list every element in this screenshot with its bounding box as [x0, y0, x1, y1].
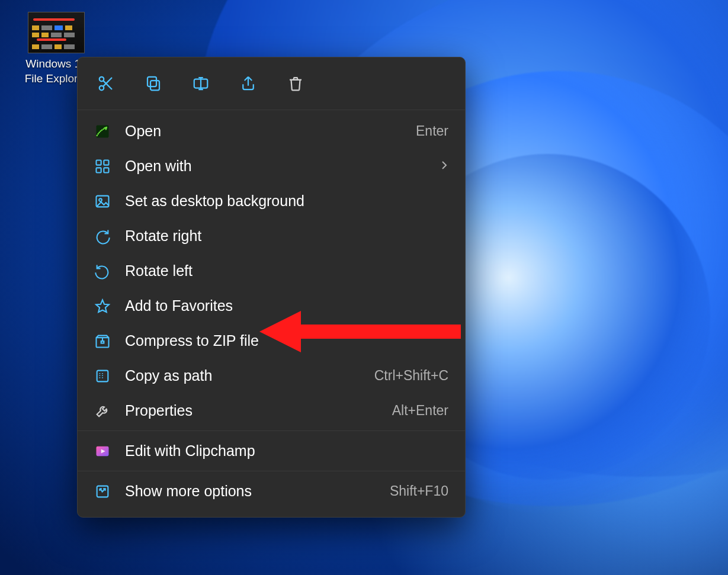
context-menu-action-row [78, 57, 465, 110]
context-menu: Open Enter Open with [77, 57, 466, 518]
menu-item-add-favorites[interactable]: Add to Favorites [78, 288, 465, 323]
menu-item-label: Rotate right [125, 227, 448, 245]
menu-item-label: Properties [125, 402, 378, 419]
menu-item-compress-zip[interactable]: Compress to ZIP file [78, 323, 465, 358]
thumbnail-icon [28, 12, 85, 53]
menu-item-label: Copy as path [125, 367, 360, 384]
menu-separator [78, 471, 465, 471]
menu-item-shortcut: Alt+Enter [392, 403, 448, 419]
wrench-icon [94, 403, 111, 419]
menu-item-copy-path[interactable]: Copy as path Ctrl+Shift+C [78, 358, 465, 393]
menu-item-label: Show more options [125, 483, 376, 500]
clipchamp-icon [94, 443, 111, 460]
rename-icon [192, 75, 210, 95]
svg-rect-9 [97, 160, 101, 165]
svg-rect-12 [104, 168, 108, 172]
menu-item-rotate-right[interactable]: Rotate right [78, 219, 465, 253]
menu-item-properties[interactable]: Properties Alt+Enter [78, 393, 465, 428]
rename-button[interactable] [189, 73, 213, 97]
menu-item-label: Edit with Clipchamp [125, 442, 448, 460]
copy-button[interactable] [142, 73, 165, 97]
trash-icon [287, 75, 304, 95]
chevron-right-icon [440, 158, 448, 175]
copy-path-icon [94, 368, 111, 384]
menu-item-label: Open [125, 123, 402, 140]
cut-button[interactable] [94, 73, 118, 97]
svg-rect-15 [101, 341, 104, 343]
scissors-icon [97, 75, 115, 95]
menu-separator [78, 431, 465, 431]
image-icon [94, 193, 111, 210]
menu-item-label: Rotate left [125, 262, 448, 280]
menu-item-label: Add to Favorites [125, 297, 448, 314]
menu-item-label: Compress to ZIP file [125, 332, 448, 349]
menu-item-shortcut: Ctrl+Shift+C [374, 368, 448, 384]
menu-item-rotate-left[interactable]: Rotate left [78, 253, 465, 288]
svg-point-14 [99, 198, 102, 201]
menu-item-label: Open with [125, 158, 426, 175]
more-options-icon [94, 483, 111, 500]
menu-item-shortcut: Enter [416, 123, 448, 139]
menu-item-edit-clipchamp[interactable]: Edit with Clipchamp [78, 433, 465, 468]
svg-point-0 [100, 77, 104, 82]
share-button[interactable] [236, 73, 260, 97]
share-icon [239, 75, 257, 95]
open-with-icon [94, 158, 111, 175]
copy-icon [145, 75, 162, 95]
menu-item-label: Set as desktop background [125, 192, 448, 210]
desktop-background: Windows 11 File Explorer [0, 0, 728, 575]
delete-button[interactable] [284, 73, 307, 97]
menu-item-open-with[interactable]: Open with [78, 149, 465, 184]
svg-rect-10 [104, 160, 108, 165]
svg-rect-11 [97, 168, 101, 172]
svg-rect-4 [150, 81, 159, 90]
rotate-right-icon [94, 228, 111, 245]
svg-rect-5 [147, 77, 156, 86]
context-menu-items: Open Enter Open with [78, 110, 465, 512]
rotate-left-icon [94, 263, 111, 280]
menu-item-set-desktop-bg[interactable]: Set as desktop background [78, 184, 465, 219]
open-icon [94, 123, 111, 140]
menu-item-shortcut: Shift+F10 [390, 483, 448, 499]
zip-icon [94, 333, 111, 349]
menu-item-more-options[interactable]: Show more options Shift+F10 [78, 474, 465, 509]
svg-point-1 [100, 86, 104, 91]
star-icon [94, 298, 111, 314]
menu-item-open[interactable]: Open Enter [78, 114, 465, 149]
